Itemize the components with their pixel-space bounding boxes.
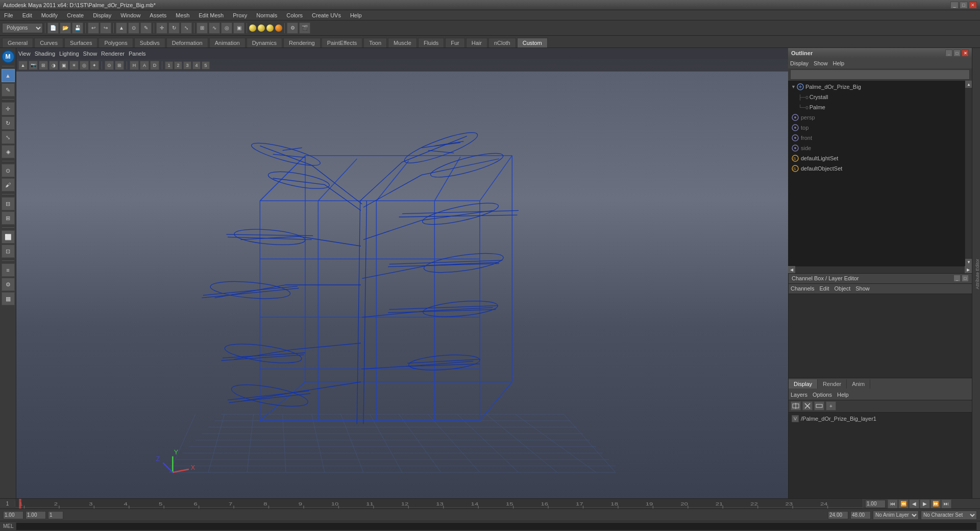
character-set-dropdown[interactable]: No Character Set xyxy=(921,511,977,520)
menu-edit-mesh[interactable]: Edit Mesh xyxy=(197,11,226,19)
scale-tool-button[interactable]: ⤡ xyxy=(181,22,192,34)
tree-item-persp[interactable]: persp xyxy=(789,112,964,123)
tab-polygons[interactable]: Polygons xyxy=(99,38,133,47)
lasso-tool-button[interactable]: ⊙ xyxy=(128,22,139,34)
frame-step-field[interactable] xyxy=(48,511,63,519)
tab-subdivs[interactable]: Subdivs xyxy=(134,38,165,47)
tab-general[interactable]: General xyxy=(2,38,33,47)
point-mode-btn[interactable]: 5 xyxy=(202,61,210,69)
cb-menu-show[interactable]: Show xyxy=(855,285,870,292)
tool-settings-lt[interactable]: ⚙ xyxy=(2,278,15,291)
bounding-mode-btn[interactable]: 4 xyxy=(192,61,201,69)
hscroll-right-btn[interactable]: ▶ xyxy=(965,266,972,273)
vp-isolate-btn[interactable]: ⊙ xyxy=(105,61,114,70)
outliner-menu-help[interactable]: Help xyxy=(833,60,845,66)
attr-editor-lt[interactable]: ≡ xyxy=(2,263,15,277)
viewport-menu-renderer[interactable]: Renderer xyxy=(101,51,125,57)
layer-select-btn[interactable] xyxy=(814,401,824,411)
current-frame-field[interactable] xyxy=(865,500,886,508)
outliner-menu-display[interactable]: Display xyxy=(790,60,808,66)
tree-item-side[interactable]: side xyxy=(789,143,964,153)
viewport-menu-panels[interactable]: Panels xyxy=(129,51,146,57)
cb-menu-object[interactable]: Object xyxy=(834,285,850,292)
tree-item-defaultObjectSet[interactable]: S defaultObjectSet xyxy=(789,163,964,174)
range-end-field[interactable] xyxy=(26,511,46,519)
play-fwd-btn[interactable]: ▶ xyxy=(920,499,930,509)
menu-display[interactable]: Display xyxy=(91,11,113,19)
vp-dof-btn[interactable]: D xyxy=(150,61,159,70)
show-manip-lt[interactable]: ◈ xyxy=(2,145,15,158)
menu-proxy[interactable]: Proxy xyxy=(231,11,249,19)
menu-create[interactable]: Create xyxy=(65,11,86,19)
layer-delete-btn[interactable] xyxy=(802,401,813,411)
scale-tool-lt[interactable]: ⤡ xyxy=(2,131,15,144)
outliner-minimize[interactable]: _ xyxy=(945,50,952,57)
vp-select-btn[interactable]: ▲ xyxy=(18,61,28,70)
anim-layer-dropdown[interactable]: No Anim Layer xyxy=(873,511,919,520)
menu-help[interactable]: Help xyxy=(348,11,364,19)
light-btn-2[interactable] xyxy=(258,25,265,32)
render-settings-button[interactable]: 🎬 xyxy=(299,22,310,34)
select-tool-lt[interactable]: ▲ xyxy=(2,69,15,82)
viewport-menu-show[interactable]: Show xyxy=(83,51,97,57)
vp-shadow-btn[interactable]: ◎ xyxy=(80,61,89,70)
mel-input-field[interactable] xyxy=(16,522,977,530)
snap-curve-button[interactable]: ∿ xyxy=(209,22,220,34)
outliner-menu-show[interactable]: Show xyxy=(814,60,828,66)
minimize-button[interactable]: _ xyxy=(950,2,959,9)
undo-button[interactable]: ↩ xyxy=(88,22,99,34)
play-back-btn[interactable]: ◀ xyxy=(909,499,919,509)
layer-visibility-btn[interactable]: V xyxy=(792,415,799,422)
viewport-menu-lighting[interactable]: Lighting xyxy=(59,51,79,57)
rotate-tool-lt[interactable]: ↻ xyxy=(2,116,15,130)
tab-fur[interactable]: Fur xyxy=(445,38,465,47)
light-btn-1[interactable] xyxy=(249,25,256,32)
cb-tab-anim[interactable]: Anim xyxy=(847,379,870,389)
tab-hair[interactable]: Hair xyxy=(466,38,487,47)
outliner-scrollbar-h[interactable]: ◀ ▶ xyxy=(788,266,972,273)
scrollbar-down-btn[interactable]: ▼ xyxy=(965,259,972,266)
go-to-end-btn[interactable]: ⏭ xyxy=(941,499,951,509)
layer-item-1[interactable]: V /Palme_dOr_Prize_Big_layer1 xyxy=(790,414,971,424)
vp-textured-btn[interactable]: ▣ xyxy=(59,61,68,70)
step-back-btn[interactable]: ⏪ xyxy=(898,499,909,509)
menu-edit[interactable]: Edit xyxy=(20,11,34,19)
menu-modify[interactable]: Modify xyxy=(39,11,60,19)
scrollbar-track[interactable] xyxy=(965,88,972,259)
tab-toon[interactable]: Toon xyxy=(363,38,387,47)
paint-select-button[interactable]: ✎ xyxy=(140,22,152,34)
cb-minimize[interactable]: _ xyxy=(953,275,961,282)
tab-painteffects[interactable]: PaintEffects xyxy=(322,38,363,47)
tab-muscle[interactable]: Muscle xyxy=(388,38,417,47)
close-button[interactable]: ✕ xyxy=(969,2,977,9)
vp-cam-btn[interactable]: 📷 xyxy=(29,61,38,70)
menu-colors[interactable]: Colors xyxy=(284,11,305,19)
tree-item-front[interactable]: front xyxy=(789,133,964,143)
tab-custom[interactable]: Custom xyxy=(517,38,548,47)
vp-xray-btn[interactable]: ✦ xyxy=(90,61,99,70)
open-file-button[interactable]: 📂 xyxy=(60,22,71,34)
select-tool-button[interactable]: ▲ xyxy=(116,22,127,34)
go-to-start-btn[interactable]: ⏮ xyxy=(888,499,898,509)
menu-window[interactable]: Window xyxy=(118,11,142,19)
move-tool-button[interactable]: ✛ xyxy=(156,22,167,34)
anim-end-field[interactable] xyxy=(850,511,871,519)
outliner-close[interactable]: ✕ xyxy=(962,50,969,57)
mode-dropdown[interactable]: Polygons Surfaces Dynamics Rendering nDy… xyxy=(2,23,43,33)
viewport-menu-view[interactable]: View xyxy=(18,51,31,57)
vp-hud-btn[interactable]: H xyxy=(130,61,139,70)
outliner-scrollbar-v[interactable]: ▲ ▼ xyxy=(965,81,972,266)
vp-aa-btn[interactable]: A xyxy=(140,61,149,70)
outliner-search-input[interactable] xyxy=(790,69,970,80)
tree-item-top[interactable]: top xyxy=(789,123,964,133)
paint-select-lt[interactable]: ✎ xyxy=(2,83,15,96)
hscroll-left-btn[interactable]: ◀ xyxy=(788,266,795,273)
outliner-maximize[interactable]: □ xyxy=(953,50,961,57)
viewport[interactable]: View Shading Lighting Show Renderer Pane… xyxy=(16,48,788,498)
vp-shaded-btn[interactable]: ◑ xyxy=(49,61,58,70)
paint-weights-lt[interactable]: 🖌 xyxy=(2,178,15,191)
tab-rendering[interactable]: Rendering xyxy=(283,38,321,47)
tab-surfaces[interactable]: Surfaces xyxy=(64,38,97,47)
panel-config-lt[interactable]: ⊡ xyxy=(2,245,15,258)
vp-grid-btn[interactable]: ⊞ xyxy=(115,61,124,70)
